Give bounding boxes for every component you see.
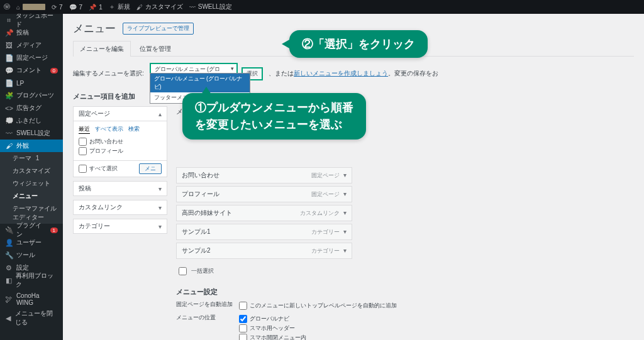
pin-icon: 📌 — [89, 4, 96, 11]
annotation-callout-1: ①プルダウンメニューから順番 を変更したいメニューを選ぶ — [182, 93, 366, 140]
menu-item[interactable]: プロフィール固定ページ▾ — [176, 186, 352, 202]
sidebar-item-conoha[interactable]: 🕊ConoHa WING — [0, 293, 63, 305]
sidebar-item-appearance[interactable]: 🖌外観 — [0, 140, 63, 152]
checkbox[interactable] — [79, 138, 87, 146]
main-content: メニュー ライブプレビューで管理 メニューを編集 位置を管理 編集するメニューを… — [63, 14, 644, 340]
sidebar-item-swell[interactable]: 〰SWELL設定 — [0, 127, 63, 140]
tab-all[interactable]: すべて表示 — [95, 125, 123, 134]
chevron-down-icon: ▾ — [158, 223, 162, 230]
brush-icon: 🖌 — [136, 4, 143, 11]
home-icon: ⌂ — [16, 4, 20, 11]
auto-add-label: 固定ページを自動追加 — [176, 300, 239, 311]
panel-pages-header[interactable]: 固定ページ▴ — [74, 107, 167, 121]
menu-item-label: お問い合わせ — [182, 171, 219, 180]
sidebar-item-reusable[interactable]: ◧再利用ブロック — [0, 274, 63, 287]
menu-item[interactable]: お問い合わせ固定ページ▾ — [176, 167, 352, 184]
chevron-down-icon: ▾ — [343, 209, 347, 216]
loc-sp-header[interactable]: スマホ用ヘッダー — [239, 324, 360, 332]
annotation-callout-2: ②「選択」をクリック — [289, 30, 428, 58]
swell-link[interactable]: 〰SWELL設定 — [189, 3, 232, 11]
menu-item-type: カテゴリー — [311, 248, 340, 254]
panel-category: カテゴリー▾ — [73, 219, 167, 234]
sidebar-item-blogparts[interactable]: 🧩ブログパーツ — [0, 89, 63, 102]
sidebar-item-dashboard[interactable]: ⌗ダッシュボード — [0, 14, 63, 26]
user-icon: 👤 — [5, 239, 13, 247]
submenu-themes[interactable]: テーマ 1 — [0, 152, 63, 165]
site-name[interactable]: ⌂ — [16, 4, 45, 11]
tab-edit-menus[interactable]: メニューを編集 — [73, 41, 131, 57]
menu-selector-row: 編集するメニューを選択: グローバルメニュー (グローバルナビ) グローバルメニ… — [73, 63, 634, 84]
sidebar-item-comments[interactable]: 💬コメント0 — [0, 64, 63, 77]
page-item-profile[interactable]: プロフィール — [79, 147, 162, 155]
tab-recent[interactable]: 最近 — [79, 125, 90, 134]
checkbox[interactable] — [239, 315, 247, 323]
collapse-icon: ◀ — [5, 314, 11, 322]
menu-settings: メニュー設定 固定ページを自動追加 このメニューに新しいトップレベルページを自動… — [176, 287, 634, 340]
add-to-menu-button[interactable]: メニ — [139, 163, 162, 174]
wave-icon: 〰 — [5, 129, 13, 137]
checkbox[interactable] — [239, 334, 247, 340]
updates-indicator[interactable]: ⟳7 — [52, 4, 63, 11]
checkbox[interactable] — [239, 302, 247, 310]
menu-item[interactable]: サンプル2カテゴリー▾ — [176, 243, 352, 259]
live-preview-button[interactable]: ライブプレビューで管理 — [123, 23, 194, 35]
checkbox[interactable] — [79, 165, 87, 173]
page-title: メニュー — [73, 21, 116, 36]
panel-posts-header[interactable]: 投稿▾ — [74, 182, 167, 195]
sidebar-item-fukidashi[interactable]: 💭ふきだし — [0, 114, 63, 127]
sidebar-item-plugins[interactable]: 🔌プラグイン1 — [0, 224, 63, 236]
sidebar-item-lp[interactable]: 📄LP — [0, 77, 63, 89]
submenu-widgets[interactable]: ウィジェット — [0, 177, 63, 190]
menu-item-label: 高田の姉妹サイト — [182, 209, 232, 217]
appearance-submenu: テーマ 1 カスタマイズ ウィジェット メニュー テーマファイルエディター — [0, 152, 63, 224]
wp-logo-icon[interactable]: ⓦ — [4, 3, 10, 11]
panel-custom-link: カスタムリンク▾ — [73, 200, 167, 215]
refresh-icon: ⟳ — [52, 4, 57, 11]
menu-item-type: カテゴリー — [311, 229, 340, 235]
menu-item-label: サンプル1 — [182, 228, 211, 236]
menu-item[interactable]: サンプル1カテゴリー▾ — [176, 224, 352, 240]
sidebar-item-tools[interactable]: 🔧ツール — [0, 249, 63, 261]
pin-indicator[interactable]: 📌1 — [89, 4, 103, 11]
submenu-menus[interactable]: メニュー — [0, 190, 63, 202]
brush-icon: 🖌 — [5, 142, 13, 150]
puzzle-icon: 🧩 — [5, 92, 13, 100]
panel-custom-link-header[interactable]: カスタムリンク▾ — [74, 200, 167, 214]
checkbox[interactable] — [179, 267, 187, 275]
checkbox[interactable] — [79, 147, 87, 155]
tab-manage-locations[interactable]: 位置を管理 — [133, 41, 178, 57]
new-content[interactable]: ＋新規 — [109, 3, 130, 11]
create-menu-link[interactable]: 新しいメニューを作成しましょう — [294, 70, 388, 77]
menu-option[interactable]: グローバルメニュー (グローバルナビ) — [150, 74, 250, 92]
menu-item[interactable]: 高田の姉妹サイトカスタムリンク▾ — [176, 205, 352, 221]
selector-label: 編集するメニューを選択: — [73, 70, 144, 77]
submenu-customize[interactable]: カスタマイズ — [0, 165, 63, 177]
loc-sp-open[interactable]: スマホ開閉メニュー内 — [239, 334, 360, 340]
comment-icon: 💬 — [69, 4, 77, 11]
sidebar-item-adtag[interactable]: <>広告タグ — [0, 102, 63, 114]
bulk-select-label[interactable]: 一括選択 — [176, 265, 634, 277]
wing-icon: 🕊 — [5, 295, 13, 303]
plus-icon: ＋ — [109, 3, 115, 11]
wrench-icon: 🔧 — [5, 251, 13, 260]
sidebar-item-pages[interactable]: 📄固定ページ — [0, 52, 63, 64]
selector-after-text: 、または新しいメニューを作成しましょう。変更の保存をお — [269, 70, 438, 77]
page-item-contact[interactable]: お問い合わせ — [79, 138, 162, 146]
sidebar-collapse[interactable]: ◀メニューを閉じる — [0, 312, 63, 324]
code-icon: <> — [5, 104, 13, 112]
panel-category-header[interactable]: カテゴリー▾ — [74, 219, 167, 233]
checkbox[interactable] — [239, 324, 247, 332]
loc-global[interactable]: グローバルナビ — [239, 315, 360, 323]
sidebar-item-users[interactable]: 👤ユーザー — [0, 236, 63, 249]
tab-search[interactable]: 検索 — [128, 125, 140, 134]
badge: 1 — [50, 228, 58, 233]
menu-item-type: 固定ページ — [311, 172, 340, 178]
customize-link[interactable]: 🖌カスタマイズ — [136, 3, 183, 11]
block-icon: ◧ — [5, 277, 12, 285]
comments-indicator[interactable]: 💬7 — [69, 4, 83, 11]
select-all[interactable]: すべて選択 — [79, 165, 118, 173]
chevron-down-icon: ▾ — [158, 185, 162, 192]
auto-add-check[interactable]: このメニューに新しいトップレベルページを自動的に追加 — [239, 302, 397, 310]
sidebar-item-media[interactable]: 🖼メディア — [0, 39, 63, 52]
submenu-theme-editor[interactable]: テーマファイルエディター — [0, 202, 63, 224]
